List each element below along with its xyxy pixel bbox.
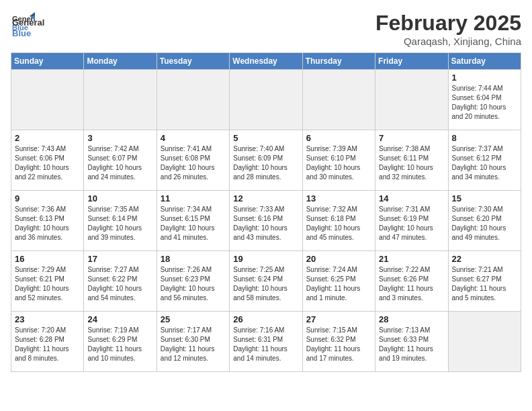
day-number: 11	[161, 193, 226, 203]
table-row: 20Sunrise: 7:24 AM Sunset: 6:25 PM Dayli…	[302, 251, 375, 312]
table-row: 2Sunrise: 7:43 AM Sunset: 6:06 PM Daylig…	[11, 130, 84, 191]
col-sunday: Sunday	[11, 53, 84, 70]
table-row: 5Sunrise: 7:40 AM Sunset: 6:09 PM Daylig…	[230, 130, 302, 191]
table-row	[84, 70, 157, 130]
day-number: 28	[379, 314, 444, 324]
col-thursday: Thursday	[302, 53, 375, 70]
table-row: 22Sunrise: 7:21 AM Sunset: 6:27 PM Dayli…	[448, 251, 521, 312]
table-row: 26Sunrise: 7:16 AM Sunset: 6:31 PM Dayli…	[230, 312, 302, 372]
table-row: 14Sunrise: 7:31 AM Sunset: 6:19 PM Dayli…	[375, 191, 448, 251]
day-info: Sunrise: 7:25 AM Sunset: 6:24 PM Dayligh…	[233, 265, 298, 303]
title-area: February 2025 Qaraqash, Xinjiang, China	[375, 11, 521, 47]
table-row: 8Sunrise: 7:37 AM Sunset: 6:12 PM Daylig…	[448, 130, 521, 191]
table-row: 10Sunrise: 7:35 AM Sunset: 6:14 PM Dayli…	[84, 191, 157, 251]
table-row: 18Sunrise: 7:26 AM Sunset: 6:23 PM Dayli…	[157, 251, 229, 312]
day-info: Sunrise: 7:15 AM Sunset: 6:32 PM Dayligh…	[306, 326, 371, 363]
day-number: 7	[379, 133, 444, 143]
day-info: Sunrise: 7:16 AM Sunset: 6:31 PM Dayligh…	[233, 326, 298, 363]
table-row: 11Sunrise: 7:34 AM Sunset: 6:15 PM Dayli…	[157, 191, 229, 251]
day-info: Sunrise: 7:26 AM Sunset: 6:23 PM Dayligh…	[161, 265, 226, 303]
day-info: Sunrise: 7:27 AM Sunset: 6:22 PM Dayligh…	[87, 265, 152, 303]
table-row: 16Sunrise: 7:29 AM Sunset: 6:21 PM Dayli…	[11, 251, 84, 312]
day-info: Sunrise: 7:13 AM Sunset: 6:33 PM Dayligh…	[379, 326, 444, 363]
day-number: 25	[161, 314, 226, 324]
col-wednesday: Wednesday	[230, 53, 302, 70]
day-info: Sunrise: 7:37 AM Sunset: 6:12 PM Dayligh…	[452, 144, 517, 182]
table-row: 12Sunrise: 7:33 AM Sunset: 6:16 PM Dayli…	[230, 191, 302, 251]
table-row: 4Sunrise: 7:41 AM Sunset: 6:08 PM Daylig…	[157, 130, 229, 191]
day-number: 1	[452, 73, 517, 83]
day-info: Sunrise: 7:44 AM Sunset: 6:04 PM Dayligh…	[452, 84, 517, 122]
day-number: 14	[379, 193, 444, 203]
day-info: Sunrise: 7:39 AM Sunset: 6:10 PM Dayligh…	[306, 144, 371, 182]
day-info: Sunrise: 7:34 AM Sunset: 6:15 PM Dayligh…	[161, 205, 226, 242]
table-row	[157, 70, 229, 130]
day-info: Sunrise: 7:43 AM Sunset: 6:06 PM Dayligh…	[15, 144, 80, 182]
day-number: 2	[15, 133, 80, 143]
day-number: 6	[306, 133, 371, 143]
day-info: Sunrise: 7:41 AM Sunset: 6:08 PM Dayligh…	[161, 144, 226, 182]
day-number: 26	[233, 314, 298, 324]
table-row: 13Sunrise: 7:32 AM Sunset: 6:18 PM Dayli…	[302, 191, 375, 251]
col-saturday: Saturday	[448, 53, 521, 70]
day-info: Sunrise: 7:29 AM Sunset: 6:21 PM Dayligh…	[15, 265, 80, 303]
logo-general: General	[12, 17, 44, 28]
day-info: Sunrise: 7:35 AM Sunset: 6:14 PM Dayligh…	[87, 205, 152, 242]
day-info: Sunrise: 7:24 AM Sunset: 6:25 PM Dayligh…	[306, 265, 371, 303]
day-number: 17	[87, 254, 152, 264]
day-info: Sunrise: 7:31 AM Sunset: 6:19 PM Dayligh…	[379, 205, 444, 242]
day-info: Sunrise: 7:33 AM Sunset: 6:16 PM Dayligh…	[233, 205, 298, 242]
day-number: 4	[161, 133, 226, 143]
table-row: 1Sunrise: 7:44 AM Sunset: 6:04 PM Daylig…	[448, 70, 521, 130]
day-number: 23	[15, 314, 80, 324]
table-row: 21Sunrise: 7:22 AM Sunset: 6:26 PM Dayli…	[375, 251, 448, 312]
table-row: 24Sunrise: 7:19 AM Sunset: 6:29 PM Dayli…	[84, 312, 157, 372]
col-tuesday: Tuesday	[157, 53, 229, 70]
table-row: 23Sunrise: 7:20 AM Sunset: 6:28 PM Dayli…	[11, 312, 84, 372]
day-info: Sunrise: 7:21 AM Sunset: 6:27 PM Dayligh…	[452, 265, 517, 303]
table-row: 6Sunrise: 7:39 AM Sunset: 6:10 PM Daylig…	[302, 130, 375, 191]
table-row: 15Sunrise: 7:30 AM Sunset: 6:20 PM Dayli…	[448, 191, 521, 251]
day-number: 18	[161, 254, 226, 264]
day-number: 24	[87, 314, 152, 324]
day-info: Sunrise: 7:17 AM Sunset: 6:30 PM Dayligh…	[161, 326, 226, 363]
table-row: 27Sunrise: 7:15 AM Sunset: 6:32 PM Dayli…	[302, 312, 375, 372]
day-number: 8	[452, 133, 517, 143]
day-number: 15	[452, 193, 517, 203]
day-info: Sunrise: 7:20 AM Sunset: 6:28 PM Dayligh…	[15, 326, 80, 363]
day-number: 13	[306, 193, 371, 203]
day-number: 19	[233, 254, 298, 264]
table-row: 19Sunrise: 7:25 AM Sunset: 6:24 PM Dayli…	[230, 251, 302, 312]
day-number: 9	[15, 193, 80, 203]
table-row: 9Sunrise: 7:36 AM Sunset: 6:13 PM Daylig…	[11, 191, 84, 251]
day-info: Sunrise: 7:30 AM Sunset: 6:20 PM Dayligh…	[452, 205, 517, 242]
table-row	[11, 70, 84, 130]
day-info: Sunrise: 7:19 AM Sunset: 6:29 PM Dayligh…	[87, 326, 152, 363]
table-row	[302, 70, 375, 130]
day-number: 22	[452, 254, 517, 264]
day-number: 27	[306, 314, 371, 324]
calendar: Sunday Monday Tuesday Wednesday Thursday…	[11, 52, 521, 372]
col-friday: Friday	[375, 53, 448, 70]
table-row: 3Sunrise: 7:42 AM Sunset: 6:07 PM Daylig…	[84, 130, 157, 191]
location: Qaraqash, Xinjiang, China	[375, 36, 521, 47]
table-row	[448, 312, 521, 372]
day-info: Sunrise: 7:38 AM Sunset: 6:11 PM Dayligh…	[379, 144, 444, 182]
table-row	[375, 70, 448, 130]
day-number: 3	[87, 133, 152, 143]
table-row	[230, 70, 302, 130]
day-number: 12	[233, 193, 298, 203]
col-monday: Monday	[84, 53, 157, 70]
day-info: Sunrise: 7:22 AM Sunset: 6:26 PM Dayligh…	[379, 265, 444, 303]
day-number: 16	[15, 254, 80, 264]
month-title: February 2025	[375, 11, 521, 36]
day-info: Sunrise: 7:40 AM Sunset: 6:09 PM Dayligh…	[233, 144, 298, 182]
logo-area: General Blue General Blue	[11, 11, 44, 38]
day-number: 20	[306, 254, 371, 264]
table-row: 25Sunrise: 7:17 AM Sunset: 6:30 PM Dayli…	[157, 312, 229, 372]
logo-blue: Blue	[12, 28, 31, 38]
table-row: 28Sunrise: 7:13 AM Sunset: 6:33 PM Dayli…	[375, 312, 448, 372]
table-row: 17Sunrise: 7:27 AM Sunset: 6:22 PM Dayli…	[84, 251, 157, 312]
day-info: Sunrise: 7:36 AM Sunset: 6:13 PM Dayligh…	[15, 205, 80, 242]
day-number: 10	[87, 193, 152, 203]
